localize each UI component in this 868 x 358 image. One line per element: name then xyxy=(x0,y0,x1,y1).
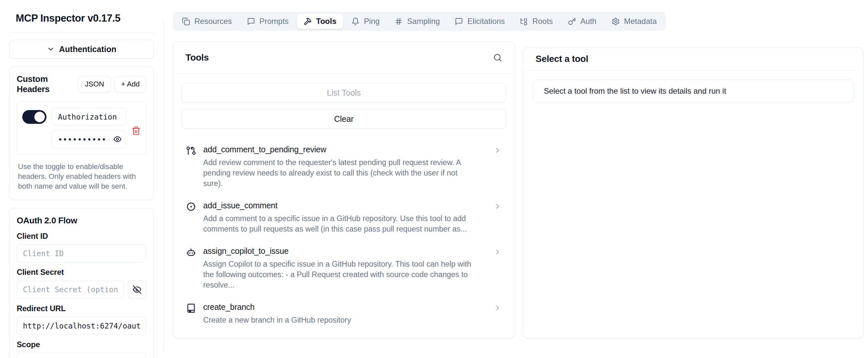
chevron-right-icon xyxy=(494,248,502,291)
circle-dot-icon xyxy=(186,202,203,235)
tab-sampling[interactable]: Sampling xyxy=(388,14,446,29)
tool-description: Add review comment to the requester's la… xyxy=(203,158,490,189)
divider xyxy=(9,32,154,32)
authentication-collapse-button[interactable]: Authentication xyxy=(9,39,154,59)
tool-list-item[interactable]: create_branch Create a new branch in a G… xyxy=(186,297,502,332)
hammer-icon xyxy=(304,17,312,26)
tab-roots[interactable]: Roots xyxy=(513,14,560,29)
tool-list-item[interactable]: assign_copilot_to_issue Assign Copilot t… xyxy=(186,241,502,297)
book-icon xyxy=(186,303,203,326)
tool-list-item[interactable]: add_comment_to_pending_review Add review… xyxy=(186,140,502,196)
key-icon xyxy=(568,17,576,26)
tab-label: Ping xyxy=(364,17,379,26)
search-icon[interactable] xyxy=(493,53,502,62)
bell-icon xyxy=(351,17,360,26)
tab-label: Tools xyxy=(316,17,336,26)
oauth-flow-card: OAuth 2.0 Flow Client ID Client Secret R… xyxy=(9,208,154,358)
git-pull-request-icon xyxy=(186,146,203,189)
tab-auth[interactable]: Auth xyxy=(561,14,603,29)
tab-label: Auth xyxy=(581,17,596,26)
tab-resources[interactable]: Resources xyxy=(175,14,239,29)
tab-label: Elicitations xyxy=(467,17,505,26)
tool-name: assign_copilot_to_issue xyxy=(203,246,490,256)
tab-prompts[interactable]: Prompts xyxy=(240,14,296,29)
message-square-icon xyxy=(455,17,463,26)
tools-panel: Tools List Tools Clear add_comment_to_pe… xyxy=(173,42,515,338)
header-enabled-toggle[interactable] xyxy=(22,110,46,124)
oauth-title: OAuth 2.0 Flow xyxy=(17,216,146,226)
tab-tools[interactable]: Tools xyxy=(297,14,343,29)
tool-list: add_comment_to_pending_review Add review… xyxy=(182,140,506,338)
tab-elicitations[interactable]: Elicitations xyxy=(448,14,512,29)
eye-off-icon[interactable] xyxy=(128,280,146,299)
tab-label: Sampling xyxy=(407,17,440,26)
chevron-right-icon xyxy=(494,146,502,189)
sidebar: MCP Inspector v0.17.5 Authentication Cus… xyxy=(9,0,154,358)
toggle-knob xyxy=(34,112,45,122)
tool-name: create_or_update_file xyxy=(203,337,490,338)
tool-description: Assign Copilot to a specific issue in a … xyxy=(203,259,490,291)
chevron-down-icon xyxy=(47,45,55,53)
tool-detail-panel: Select a tool Select a tool from the lis… xyxy=(523,47,863,338)
tool-list-item[interactable]: create_or_update_file Create or update a… xyxy=(186,332,502,338)
empty-state-message: Select a tool from the list to view its … xyxy=(533,80,854,103)
chevron-right-icon xyxy=(494,304,502,326)
tab-label: Roots xyxy=(532,17,553,26)
authentication-label: Authentication xyxy=(59,45,117,54)
main-tab-strip: Resources Prompts Tools Ping Sampling El… xyxy=(173,12,666,31)
tab-label: Metadata xyxy=(624,17,657,26)
message-square-icon xyxy=(247,17,255,26)
bot-icon xyxy=(186,247,203,291)
eye-icon[interactable] xyxy=(113,135,122,143)
tool-description: Create a new branch in a GitHub reposito… xyxy=(203,315,490,326)
trash-icon[interactable] xyxy=(131,113,141,148)
client-id-input[interactable] xyxy=(17,244,146,263)
files-icon xyxy=(182,17,190,26)
tab-metadata[interactable]: Metadata xyxy=(604,14,663,29)
custom-headers-card: Custom Headers JSON + Add Use the xyxy=(9,66,154,200)
tool-name: create_branch xyxy=(203,302,490,312)
tab-ping[interactable]: Ping xyxy=(344,14,386,29)
tool-list-item[interactable]: add_issue_comment Add a comment to a spe… xyxy=(186,196,502,241)
clear-button[interactable]: Clear xyxy=(182,109,506,129)
custom-headers-title: Custom Headers xyxy=(17,74,74,94)
redirect-url-input[interactable] xyxy=(17,317,146,335)
tool-name: add_comment_to_pending_review xyxy=(203,145,490,154)
json-mode-button[interactable]: JSON xyxy=(78,76,111,92)
client-secret-input[interactable] xyxy=(17,281,124,299)
client-secret-label: Client Secret xyxy=(17,268,146,277)
custom-headers-help-text: Use the toggle to enable/disable headers… xyxy=(18,162,145,191)
add-header-button[interactable]: + Add xyxy=(115,76,146,92)
tab-label: Prompts xyxy=(259,17,288,26)
gear-icon xyxy=(612,17,620,26)
tool-description: Add a comment to a specific issue in a G… xyxy=(203,214,490,235)
scope-label: Scope xyxy=(17,340,146,349)
tree-icon xyxy=(520,17,528,26)
tool-name: add_issue_comment xyxy=(203,201,490,210)
tools-panel-title: Tools xyxy=(186,52,209,63)
tab-label: Resources xyxy=(194,17,232,26)
header-name-input[interactable] xyxy=(52,108,126,126)
scope-input[interactable] xyxy=(17,353,146,358)
header-item-row xyxy=(17,102,146,155)
client-id-label: Client ID xyxy=(17,231,146,241)
detail-panel-title: Select a tool xyxy=(535,54,588,64)
app-title: MCP Inspector v0.17.5 xyxy=(16,12,147,24)
hash-icon xyxy=(395,17,403,26)
redirect-url-label: Redirect URL xyxy=(17,304,146,313)
chevron-right-icon xyxy=(494,202,502,235)
list-tools-button[interactable]: List Tools xyxy=(182,83,506,103)
